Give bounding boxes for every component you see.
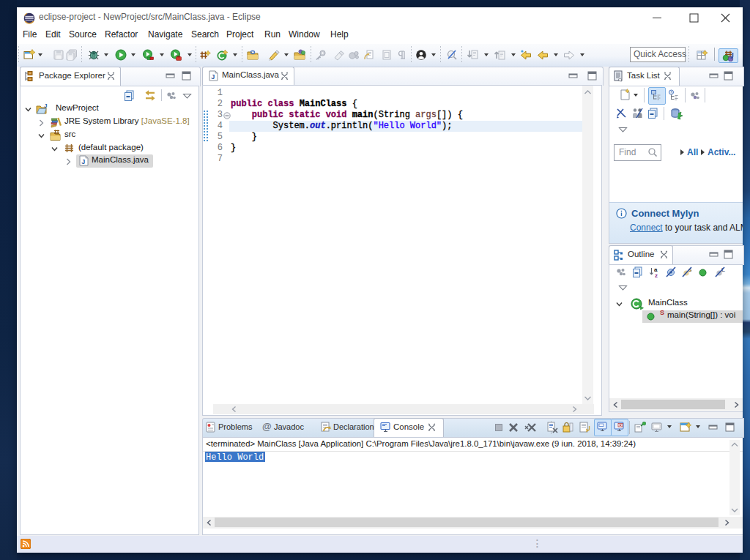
- svg-text:z: z: [655, 272, 658, 278]
- svg-text:J: J: [211, 73, 215, 81]
- svg-text:J: J: [44, 103, 47, 109]
- svg-text:J: J: [81, 158, 85, 165]
